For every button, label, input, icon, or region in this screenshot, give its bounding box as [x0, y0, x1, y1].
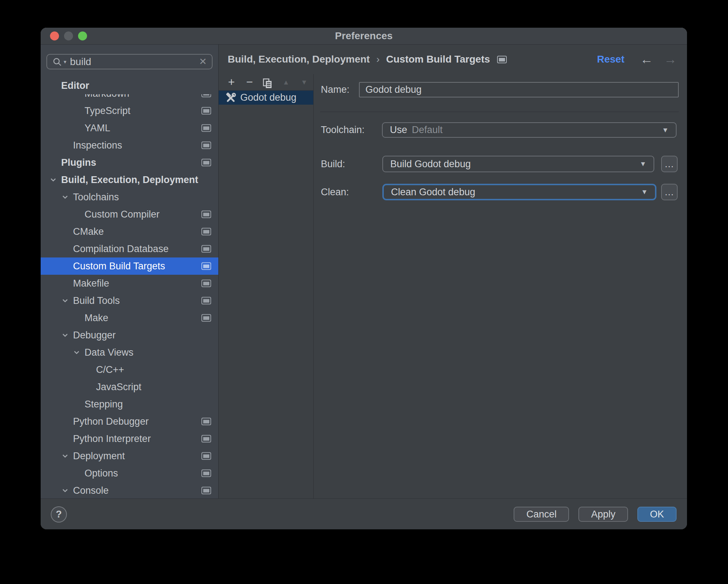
- breadcrumb-build-execution-deployment[interactable]: Build, Execution, Deployment: [228, 54, 370, 65]
- chevron-down-icon[interactable]: [61, 452, 69, 460]
- sidebar-item-stepping[interactable]: Stepping: [41, 396, 218, 413]
- chevron-down-icon: ▼: [641, 188, 648, 196]
- build-select[interactable]: Build Godot debug ▼: [382, 156, 654, 172]
- move-down-button[interactable]: ▼: [295, 74, 313, 90]
- sidebar-item-makefile[interactable]: Makefile: [41, 275, 218, 292]
- clean-more-button[interactable]: ...: [661, 184, 678, 200]
- move-up-button[interactable]: ▲: [277, 74, 295, 90]
- back-arrow-icon[interactable]: ←: [640, 53, 653, 66]
- preferences-dialog: Preferences ▾ ✕ Editor: [41, 28, 687, 529]
- sidebar-item-editor[interactable]: Editor: [41, 77, 218, 94]
- titlebar: Preferences: [41, 28, 687, 45]
- chevron-down-icon: ▼: [662, 126, 669, 134]
- settings-search-box[interactable]: ▾ ✕: [46, 54, 213, 69]
- build-tools-icon: [225, 92, 236, 103]
- dialog-footer: ? Cancel Apply OK: [41, 498, 687, 529]
- apply-button[interactable]: Apply: [578, 507, 628, 522]
- build-targets-panel: + − ▲ ▼: [219, 74, 314, 498]
- sidebar-item-toolchains[interactable]: Toolchains: [41, 188, 218, 206]
- sidebar-item-inspections[interactable]: Inspections: [41, 137, 218, 154]
- clear-search-icon[interactable]: ✕: [199, 56, 207, 67]
- minimize-window-button[interactable]: [64, 32, 73, 41]
- window-indicator-icon: [201, 297, 211, 305]
- zoom-window-button[interactable]: [78, 32, 87, 41]
- window-indicator-icon: [201, 124, 211, 132]
- sidebar-item-make[interactable]: Make: [41, 309, 218, 327]
- sidebar-item-debugger[interactable]: Debugger: [41, 327, 218, 344]
- sidebar-item-custom-compiler[interactable]: Custom Compiler: [41, 206, 218, 223]
- chevron-down-icon[interactable]: [61, 193, 69, 201]
- remove-target-button[interactable]: −: [241, 74, 259, 90]
- window-indicator-icon: [201, 280, 211, 287]
- toolchain-select[interactable]: Use Default ▼: [382, 122, 677, 138]
- search-icon: [52, 57, 62, 67]
- sidebar-item-deployment[interactable]: Deployment: [41, 447, 218, 465]
- add-target-button[interactable]: +: [222, 74, 241, 90]
- breadcrumb-separator: ›: [376, 54, 379, 65]
- settings-tree: Editor Markdown TypeScript YAML Inspecti…: [41, 77, 218, 498]
- sidebar-item-typescript[interactable]: TypeScript: [41, 102, 218, 119]
- name-field[interactable]: [359, 82, 679, 97]
- ok-button[interactable]: OK: [637, 507, 677, 522]
- clean-label: Clean:: [321, 184, 349, 200]
- window-indicator-icon: [201, 211, 211, 218]
- sidebar-item-options[interactable]: Options: [41, 465, 218, 482]
- window-indicator-icon: [201, 142, 211, 149]
- window-indicator-icon: [201, 314, 211, 322]
- window-indicator-icon: [201, 159, 211, 166]
- chevron-down-icon[interactable]: [61, 331, 69, 339]
- sidebar-item-build-execution-deployment[interactable]: Build, Execution, Deployment: [41, 171, 218, 188]
- window-indicator-icon: [201, 435, 211, 443]
- sidebar-item-python-debugger[interactable]: Python Debugger: [41, 413, 218, 430]
- window-indicator-icon: [201, 487, 211, 494]
- sidebar-item-cmake[interactable]: CMake: [41, 223, 218, 240]
- chevron-down-icon[interactable]: [61, 297, 69, 305]
- cancel-button[interactable]: Cancel: [514, 507, 569, 522]
- sidebar-item-console[interactable]: Console: [41, 482, 218, 498]
- window-indicator-icon: [201, 245, 211, 253]
- chevron-down-icon: ▼: [640, 160, 646, 168]
- target-list-item-godot-debug[interactable]: Godot debug: [219, 91, 313, 105]
- chevron-down-icon[interactable]: [49, 176, 57, 184]
- close-window-button[interactable]: [50, 32, 59, 41]
- chevron-down-icon[interactable]: [73, 348, 81, 356]
- sidebar-item-python-interpreter[interactable]: Python Interpreter: [41, 430, 218, 447]
- copy-icon: [263, 78, 273, 89]
- window-indicator-icon: [201, 263, 211, 270]
- sidebar-item-plugins[interactable]: Plugins: [41, 154, 218, 171]
- sidebar-item-yaml[interactable]: YAML: [41, 119, 218, 137]
- sidebar-item-data-views[interactable]: Data Views: [41, 344, 218, 361]
- toolchain-label: Toolchain:: [321, 122, 365, 138]
- sidebar-item-build-tools[interactable]: Build Tools: [41, 292, 218, 309]
- settings-sidebar: ▾ ✕ Editor Markdown TypeScript: [41, 45, 219, 498]
- form-separator: [320, 111, 679, 112]
- sidebar-item-javascript[interactable]: JavaScript: [41, 378, 218, 396]
- build-more-button[interactable]: ...: [661, 156, 678, 172]
- name-label: Name:: [321, 82, 350, 97]
- clean-select[interactable]: Clean Godot debug ▼: [382, 184, 656, 200]
- window-indicator-icon: [201, 470, 211, 477]
- window-indicator-icon: [201, 452, 211, 460]
- window-title: Preferences: [335, 30, 392, 42]
- build-label: Build:: [321, 156, 345, 172]
- traffic-lights: [50, 32, 87, 41]
- window-indicator-icon: [497, 56, 507, 63]
- breadcrumb: Build, Execution, Deployment › Custom Bu…: [219, 45, 687, 74]
- window-indicator-icon: [201, 228, 211, 236]
- reset-link[interactable]: Reset: [597, 54, 624, 65]
- target-settings-form: Name: Toolchain: Use Default ▼ Build: Bu…: [314, 74, 687, 498]
- sidebar-item-compilation-database[interactable]: Compilation Database: [41, 240, 218, 257]
- targets-toolbar: + − ▲ ▼: [219, 74, 313, 91]
- sidebar-item-custom-build-targets[interactable]: Custom Build Targets: [41, 257, 218, 275]
- help-button[interactable]: ?: [51, 506, 67, 523]
- forward-arrow-icon[interactable]: →: [664, 53, 677, 66]
- breadcrumb-custom-build-targets: Custom Build Targets: [386, 54, 490, 65]
- search-input[interactable]: [69, 56, 196, 68]
- window-indicator-icon: [201, 107, 211, 115]
- chevron-down-icon[interactable]: [61, 487, 69, 494]
- copy-target-button[interactable]: [259, 76, 277, 89]
- window-indicator-icon: [201, 418, 211, 425]
- sidebar-item-c-cpp[interactable]: C/C++: [41, 361, 218, 378]
- search-history-caret-icon[interactable]: ▾: [64, 59, 67, 65]
